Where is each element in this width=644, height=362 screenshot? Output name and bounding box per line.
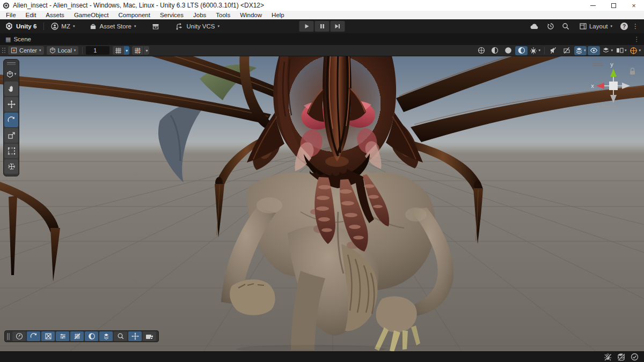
menu-file[interactable]: File [1, 12, 21, 18]
move-overlay-button[interactable] [128, 331, 142, 341]
search-icon[interactable] [562, 23, 569, 30]
scene-view-toolbar: Center ▾ Local ▾ 1 ▾ ▾ ▾ ▾ ▾ ▾ ▾ [0, 45, 644, 56]
scene-tab-row: ▦ Scene ⋮ [0, 33, 644, 45]
gizmos-dropdown[interactable]: ▾ [628, 46, 642, 55]
tools-overlay-handle[interactable] [7, 62, 16, 65]
tool-context-dropdown[interactable]: ▾ [4, 68, 18, 80]
scene-camera-settings-button[interactable] [12, 331, 26, 341]
pivot-mode-dropdown[interactable]: Center ▾ [8, 46, 44, 55]
orientation-gizmo[interactable]: y x ◄Persp [585, 59, 639, 113]
scene-viewport[interactable]: ▾ [0, 56, 644, 351]
main-toolbar: Unity 6 MZ ▾ Asset Store ▾ Unity VCS ▾ L… [0, 19, 644, 33]
menu-services[interactable]: Services [155, 12, 188, 18]
layout-dropdown[interactable]: Layout ▾ [576, 21, 616, 32]
tab-more-icon[interactable]: ⋮ [634, 35, 644, 43]
particles-overlay-button[interactable] [99, 331, 113, 341]
hand-icon [8, 85, 16, 93]
draw-mode-shaded-icon[interactable] [475, 46, 487, 55]
grid-snap-button[interactable] [113, 46, 124, 55]
zoom-overlay-button[interactable] [114, 331, 127, 341]
cache-disabled-icon[interactable] [617, 353, 625, 361]
help-icon[interactable]: ? [620, 23, 628, 30]
grid-snap-icon [115, 47, 122, 54]
snap-tool-button[interactable] [41, 331, 55, 341]
view-tool[interactable] [4, 82, 18, 96]
lighting-overlay-button[interactable] [85, 331, 98, 341]
step-button[interactable] [331, 21, 345, 32]
toolbar-handle[interactable] [2, 47, 6, 54]
increment-snap-icon [134, 47, 141, 54]
maximize-button[interactable] [603, 0, 624, 11]
menu-gameobject[interactable]: GameObject [69, 12, 114, 18]
tools-overlay: ▾ [3, 59, 19, 176]
play-button[interactable] [299, 21, 314, 32]
gizmo-down-axis[interactable] [610, 95, 617, 103]
grid-snap-control: ▾ [113, 46, 129, 55]
scale-icon [8, 131, 16, 139]
draw-mode-half-icon[interactable] [488, 46, 501, 55]
moon-icon [518, 47, 525, 54]
split-view-dropdown[interactable]: ▾ [615, 46, 628, 55]
pause-button[interactable] [315, 21, 330, 32]
effects-dropdown[interactable]: ▾ [529, 46, 541, 55]
asset-store-icon [90, 23, 97, 30]
cube-icon [6, 71, 13, 78]
menu-edit[interactable]: Edit [21, 12, 41, 18]
rotate-icon [8, 116, 16, 124]
account-dropdown[interactable]: MZ ▾ [47, 21, 78, 32]
menu-window[interactable]: Window [235, 12, 267, 18]
asset-store-dropdown[interactable]: Asset Store ▾ [86, 21, 140, 32]
scale-tool[interactable] [4, 128, 18, 143]
gizmo-x-axis[interactable] [596, 83, 604, 89]
scene-visibility-layers-dropdown[interactable]: ▾ [574, 46, 587, 55]
camera-disabled-toggle[interactable] [561, 46, 573, 55]
layers-dropdown[interactable]: ▾ [601, 46, 614, 55]
draw-mode-solid-icon[interactable] [502, 46, 514, 55]
layers-stack-icon [602, 47, 610, 54]
alien-insect-model[interactable] [0, 56, 644, 351]
minimize-button[interactable] [583, 0, 603, 11]
layers-icon [575, 47, 583, 54]
close-button[interactable]: × [624, 0, 644, 11]
transform-tool[interactable] [4, 159, 18, 174]
increment-snap-button[interactable] [132, 46, 143, 55]
history-icon[interactable] [547, 23, 554, 30]
gizmo-center-cube[interactable] [609, 82, 618, 90]
menu-jobs[interactable]: Jobs [188, 12, 211, 18]
increment-snap-dropdown[interactable]: ▾ [143, 46, 149, 55]
chevron-down-icon: ▾ [610, 24, 612, 28]
rotate-tool[interactable] [4, 113, 18, 127]
orbit-mode-button[interactable] [27, 331, 40, 341]
camera-preview-button[interactable] [143, 331, 156, 341]
scene-visibility-toggle[interactable] [588, 46, 600, 55]
menu-tools[interactable]: Tools [211, 12, 235, 18]
rect-tool[interactable] [4, 144, 18, 158]
menu-assets[interactable]: Assets [41, 12, 69, 18]
cloud-icon[interactable] [530, 23, 539, 30]
menu-bar: File Edit Assets GameObject Component Se… [0, 11, 644, 19]
projection-label[interactable]: ◄Persp [595, 103, 617, 109]
lighting-toggle[interactable] [515, 46, 528, 55]
menu-component[interactable]: Component [113, 12, 155, 18]
gizmo-z-axis[interactable] [622, 83, 630, 89]
more-menu-icon[interactable]: ⋮ [632, 23, 639, 30]
menu-help[interactable]: Help [267, 12, 289, 18]
debugger-disabled-icon[interactable] [604, 353, 612, 361]
grid-size-input[interactable]: 1 [86, 46, 109, 55]
overlay-sliders-button[interactable] [56, 331, 69, 341]
gizmo-y-label: y [610, 61, 613, 68]
overlay-toolbar-handle[interactable] [7, 333, 10, 340]
grid-snap-dropdown[interactable]: ▾ [124, 46, 129, 55]
package-manager-button[interactable] [148, 21, 163, 32]
grid-visual-button[interactable] [70, 331, 84, 341]
move-tool[interactable] [4, 97, 18, 112]
audio-muted-toggle[interactable] [547, 46, 560, 55]
gizmo-handle[interactable] [592, 63, 603, 65]
status-check-icon[interactable] [631, 353, 639, 361]
gizmo-y-axis[interactable] [610, 69, 617, 77]
gizmo-lock-icon[interactable] [630, 68, 635, 75]
unity-vcs-dropdown[interactable]: Unity VCS ▾ [172, 21, 223, 32]
step-icon [335, 24, 341, 29]
orientation-dropdown[interactable]: Local ▾ [47, 46, 79, 55]
tab-scene[interactable]: ▦ Scene [0, 36, 36, 43]
